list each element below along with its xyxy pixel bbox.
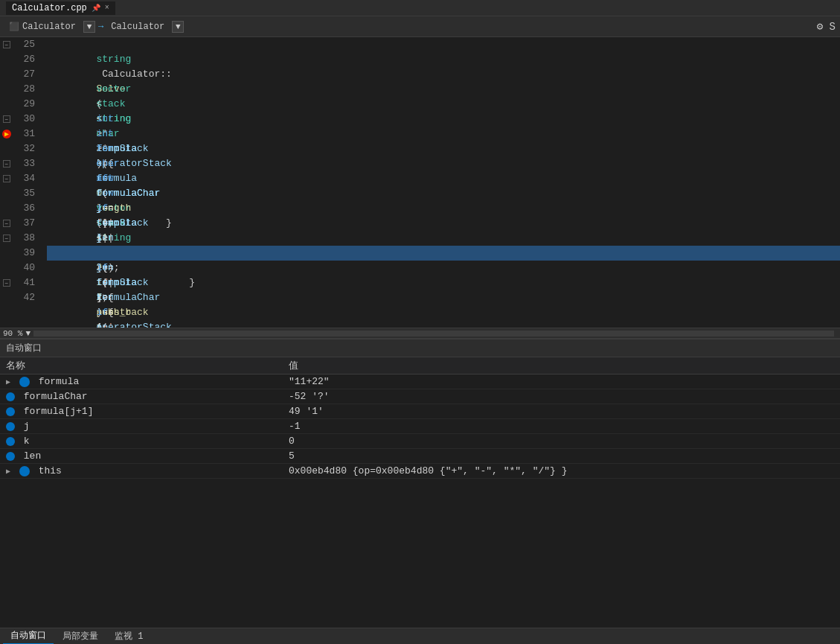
linenum-32: 32 [13,141,41,156]
gutter-28 [0,82,13,97]
linenum-36: 36 [13,201,41,216]
var-row-len[interactable]: len 5 [0,449,840,464]
editor-scrollbar: 90 % ▼ [0,328,840,338]
code-line-28: int len = formula . length (); [47,82,840,97]
var-row-this[interactable]: ▶ this 0x00eb4d80 {op=0x00eb4d80 {"+", "… [0,464,840,479]
var-icon-formula [19,377,30,387]
var-name-j: j [0,419,283,434]
var-row-j[interactable]: j -1 [0,419,840,434]
var-value-formulachar: -52 '?' [283,389,840,404]
settings-icon: ⚙ [817,21,823,33]
pin-icon: 📌 [92,4,100,13]
nav-arrow-icon: → [98,22,103,32]
collapse-38[interactable]: − [3,235,10,242]
code-line-26: vector < string >* tempStack = new vecto… [47,52,840,67]
var-icon-k [6,437,15,446]
code-line-36: } [47,201,840,216]
breakpoint-arrow-icon: ▶ [4,130,9,138]
code-line-31: char formulaChar = formula [ j + 1 ]; [47,127,840,141]
var-label-j: j [24,421,30,432]
nav-project-name: Calculator [22,22,76,32]
code-line-33: formulaChar == '*' || formulaChar == '/'… [47,156,840,171]
code-line-37: else { [47,216,840,231]
zoom-dropdown-btn[interactable]: ▼ [25,329,31,338]
close-tab-button[interactable]: × [105,4,109,12]
project-icon: ⬛ [9,22,19,31]
gutter-35 [0,186,13,201]
var-label-formulajp1: formula[j+1] [24,406,94,417]
tab-watch-1-label: 监视 1 [115,631,143,642]
gutter-34: − [0,171,13,186]
collapse-25[interactable]: − [3,41,10,48]
linenum-31: 31 [13,127,41,141]
var-icon-formulajp1 [6,407,15,416]
nav-project-dropdown[interactable]: ▼ [83,21,95,33]
tab-auto-window-label: 自动窗口 [10,631,46,641]
linenum-26: 26 [13,52,41,67]
linenum-30: 30 [13,112,41,127]
nav-settings-icon[interactable]: ⚙ S [817,20,836,33]
linenum-37: 37 [13,216,41,231]
code-line-32: if ( j == len - 2 || formulaChar == '+' … [47,141,840,156]
var-name-formulachar: formulaChar [0,389,283,404]
var-label-formulachar: formulaChar [24,391,88,402]
nav-class: Calculator [106,20,169,34]
var-name-formulajp1: formula[j+1] [0,404,283,419]
code-line-35: tempStack -> push_back ( formula . subst… [47,186,840,201]
gutter-42 [0,290,13,305]
var-label-len: len [24,450,41,462]
collapse-34[interactable]: − [3,175,10,182]
code-editor: − − ▶ − − − − − 25 26 27 28 [0,37,840,328]
var-row-formula[interactable]: ▶ formula "11+22" [0,374,840,389]
variables-table: 名称 值 ▶ formula "11+22" [0,357,840,479]
nav-class-dropdown[interactable]: ▼ [172,21,184,33]
linenum-42: 42 [13,290,41,305]
horizontal-scrollbar[interactable] [33,331,834,337]
code-line-42: operatorStack -> push ( formulaChar ); [47,290,840,305]
editor-gutter: − − ▶ − − − − − [0,37,13,328]
gutter-30: − [0,112,13,127]
gutter-31: ▶ [0,127,13,141]
var-name-k: k [0,434,283,449]
gutter-25: − [0,37,13,52]
linenum-33: 33 [13,156,41,171]
gutter-29 [0,97,13,112]
expand-this-btn[interactable]: ▶ [6,468,10,476]
collapse-30[interactable]: − [3,115,10,123]
main-layout: Calculator.cpp 📌 × ⬛ Calculator ▼ → Calc… [0,0,840,644]
gutter-36 [0,201,13,216]
var-row-formulajp1[interactable]: formula[j+1] 49 '1' [0,404,840,419]
collapse-41[interactable]: − [3,279,10,287]
col-name-header: 名称 [0,357,283,374]
var-value-len: 5 [283,449,840,464]
gutter-26 [0,52,13,67]
linenum-39: 39 [13,246,41,261]
var-icon-formulachar [6,392,15,401]
breakpoint-31[interactable]: ▶ [2,130,11,138]
auto-panel: 自动窗口 名称 值 ▶ formula "11+22" [0,339,840,503]
tab-auto-window[interactable]: 自动窗口 [3,628,54,644]
auto-panel-header: 自动窗口 [0,339,840,357]
tab-calculator-cpp[interactable]: Calculator.cpp 📌 × [6,1,115,15]
nav-bar: ⬛ Calculator ▼ → Calculator ▼ ⚙ S [0,16,840,37]
code-line-25: string Calculator:: Solve ( string formu… [47,37,840,52]
expand-formula-btn[interactable]: ▶ [6,378,10,386]
var-row-k[interactable]: k 0 [0,434,840,449]
var-value-k: 0 [283,434,840,449]
var-name-len: len [0,449,283,464]
linenum-40: 40 [13,261,41,275]
nav-class-name: Calculator [111,22,164,32]
tab-local-vars[interactable]: 局部变量 [55,628,106,644]
collapse-33[interactable]: − [3,160,10,168]
tab-watch-1[interactable]: 监视 1 [107,628,150,644]
var-icon-this [19,466,30,476]
var-icon-len [6,452,15,461]
bottom-tab-bar: 自动窗口 局部变量 监视 1 [0,628,840,644]
zoom-control: 90 % ▼ [3,329,31,338]
var-row-formulachar[interactable]: formulaChar -52 '?' [0,389,840,404]
var-value-formulajp1: 49 '1' [283,404,840,419]
linenum-38: 38 [13,231,41,246]
code-line-27: stack < char >* operatorStack = new stac… [47,67,840,82]
collapse-37[interactable]: − [3,220,10,227]
code-line-41: if ( operatorStack -> empty ()) { [47,275,840,290]
